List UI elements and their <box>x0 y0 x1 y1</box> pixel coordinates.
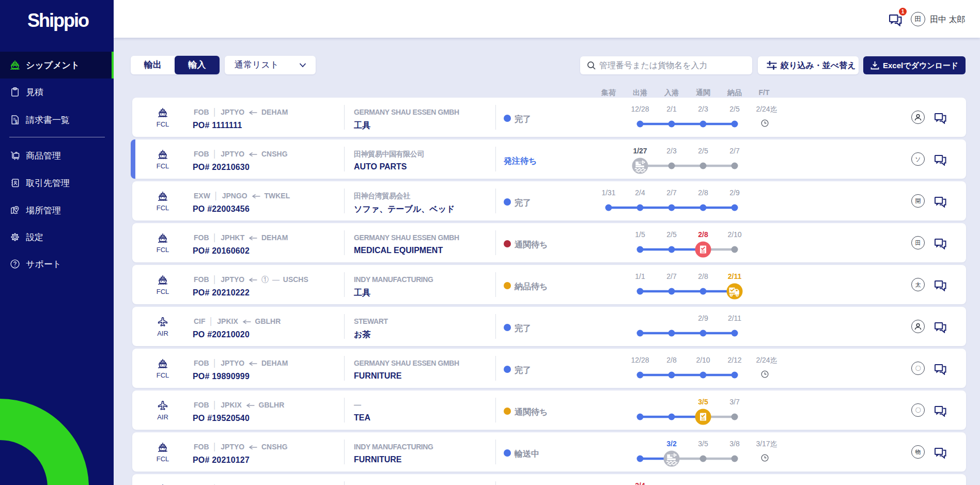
svg-text:$: $ <box>15 119 18 124</box>
